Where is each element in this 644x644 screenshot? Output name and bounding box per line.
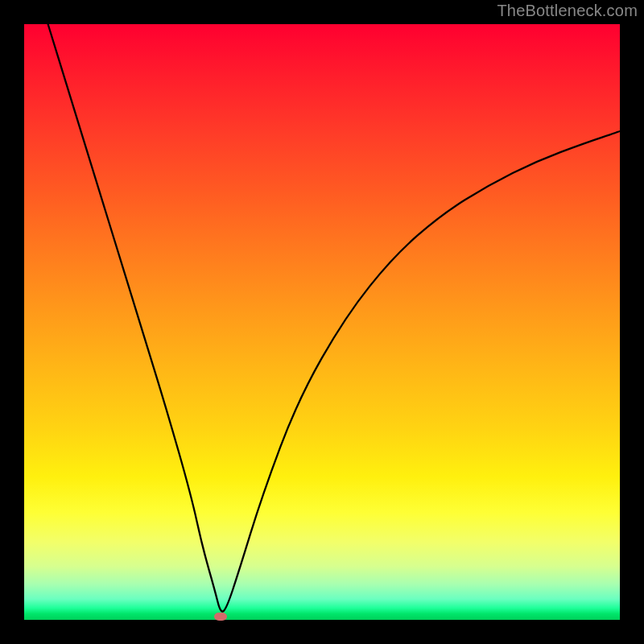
optimum-marker [214,613,227,621]
watermark-text: TheBottleneck.com [497,2,638,20]
chart-frame: TheBottleneck.com [0,0,644,644]
bottleneck-curve-path [48,24,620,612]
plot-area [24,24,620,620]
curve-svg [24,24,620,620]
